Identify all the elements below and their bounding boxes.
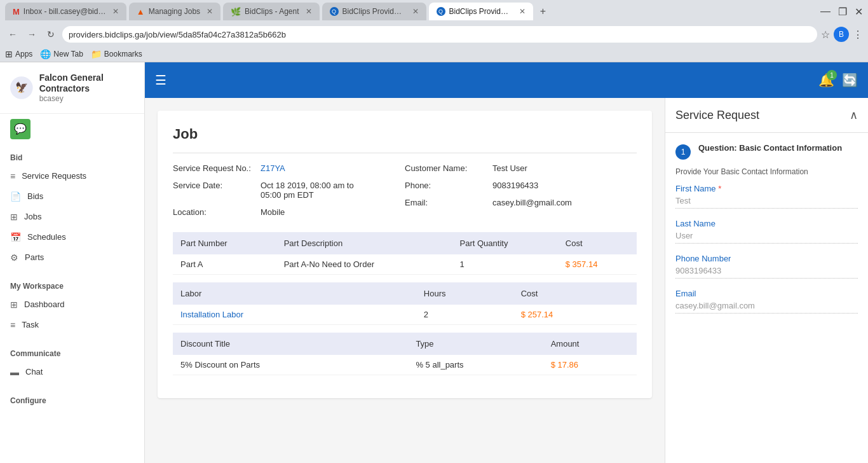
notification-button[interactable]: 🔔 1 xyxy=(818,73,834,88)
tab-agent[interactable]: 🌿 BidClips - Agent ✕ xyxy=(223,3,319,20)
sidebar-item-schedules[interactable]: 📅 Schedules xyxy=(0,227,144,247)
minimize-button[interactable]: — xyxy=(820,6,831,18)
sidebar-workspace-section: My Workspace ⊞ Dashboard ≡ Task xyxy=(0,273,144,340)
bookmark-bookmarks[interactable]: 📁 Bookmarks xyxy=(91,49,142,59)
sidebar: 🦅 Falcon General Contractors bcasey 💬 Bi… xyxy=(0,62,145,463)
bookmark-star-icon[interactable]: ☆ xyxy=(821,29,830,41)
forward-button[interactable]: → xyxy=(24,27,39,42)
sidebar-item-jobs[interactable]: ⊞ Jobs xyxy=(0,207,144,227)
bids-icon: 📄 xyxy=(10,191,21,202)
part-number: Part A xyxy=(173,254,276,275)
step-description: Provide Your Basic Contact Information xyxy=(675,167,858,176)
phone-number-field: Phone Number 9083196433 xyxy=(675,254,858,279)
phone-number-value: 9083196433 xyxy=(675,266,858,279)
sidebar-item-bids[interactable]: 📄 Bids xyxy=(0,186,144,207)
service-date-label: Service Date: xyxy=(173,181,255,200)
workspace-section-title: My Workspace xyxy=(0,278,144,294)
sidebar-item-dashboard[interactable]: ⊞ Dashboard xyxy=(0,294,144,315)
address-bar[interactable]: providers.bidclips.ga/job/view/5da85fa04… xyxy=(62,26,817,43)
location-label: Location: xyxy=(173,207,255,217)
labor-col-hours: Hours xyxy=(416,282,513,305)
sidebar-item-chat[interactable]: ▬ Chat xyxy=(0,362,144,382)
labor-name[interactable]: Installation Labor xyxy=(180,310,243,319)
toolbar-right: ☆ B ⋮ xyxy=(821,27,863,42)
labor-hours: 2 xyxy=(416,305,513,325)
tab-provider-1[interactable]: Q BidClips Provider Portal ✕ xyxy=(322,3,426,20)
maximize-button[interactable]: ❐ xyxy=(838,6,847,18)
tab-close-agent[interactable]: ✕ xyxy=(306,7,312,16)
tab-close-managing-jobs[interactable]: ✕ xyxy=(207,7,213,16)
first-name-field: First Name * Test xyxy=(675,184,858,209)
sidebar-item-task[interactable]: ≡ Task xyxy=(0,315,144,335)
main-right: ☰ 🔔 1 🔄 Job xyxy=(145,62,868,463)
discount-amount: $ 17.86 xyxy=(543,355,637,375)
sidebar-bid-section: Bid ≡ Service Requests 📄 Bids ⊞ Jobs 📅 S… xyxy=(0,144,144,273)
new-tab-button[interactable]: + xyxy=(536,4,551,19)
phone-value: 9083196433 xyxy=(492,181,538,190)
collapse-button[interactable]: ∧ xyxy=(850,108,858,122)
close-button[interactable]: ✕ xyxy=(855,6,863,18)
discount-col-type: Type xyxy=(408,333,543,355)
parts-table: Part Number Part Description Part Quanti… xyxy=(173,232,637,275)
right-panel-title: Service Request xyxy=(675,109,759,122)
discount-table: Discount Title Type Amount 5% Discount o… xyxy=(173,333,637,375)
back-button[interactable]: ← xyxy=(5,27,20,42)
hamburger-button[interactable]: ☰ xyxy=(155,73,166,88)
tab-managing-jobs[interactable]: ▲ Managing Jobs ✕ xyxy=(129,3,220,20)
service-request-row: Service Request No.: Z17YA xyxy=(173,163,405,173)
step-question: Question: Basic Contact Information xyxy=(698,143,858,153)
sidebar-username: bcasey xyxy=(39,94,134,103)
reload-button[interactable]: ↻ xyxy=(43,27,58,42)
schedules-icon: 📅 xyxy=(10,232,21,242)
bookmark-apps[interactable]: ⊞ Apps xyxy=(5,49,32,59)
chat-nav-icon: ▬ xyxy=(10,367,19,377)
customer-name-label: Customer Name: xyxy=(405,163,487,173)
job-info-grid: Service Request No.: Z17YA Service Date:… xyxy=(173,163,637,217)
phone-label: Phone: xyxy=(405,181,487,190)
bookmarks-folder-icon: 📁 xyxy=(91,49,102,59)
discount-title: 5% Discount on Parts xyxy=(173,355,376,375)
sidebar-item-service-requests[interactable]: ≡ Service Requests xyxy=(0,166,144,186)
content-area: Job Service Request No.: Z17YA Service D… xyxy=(145,98,665,463)
job-info-left: Service Request No.: Z17YA Service Date:… xyxy=(173,163,405,217)
tab-provider-2[interactable]: Q BidClips Provider Portal ✕ xyxy=(429,3,533,20)
parts-col-number: Part Number xyxy=(173,232,276,254)
browser-toolbar: ← → ↻ providers.bidclips.ga/job/view/5da… xyxy=(0,23,868,46)
service-requests-icon: ≡ xyxy=(10,171,15,181)
menu-icon[interactable]: ⋮ xyxy=(853,29,863,41)
bid-section-title: Bid xyxy=(0,149,144,166)
topnav: ☰ 🔔 1 🔄 xyxy=(145,62,868,98)
tab-gmail[interactable]: M Inbox - bill.casey@bidclips.con... ✕ xyxy=(5,3,126,20)
email-row: Email: casey.bill@gmail.com xyxy=(405,198,637,207)
chat-button[interactable]: 💬 xyxy=(10,119,31,139)
tab-close-gmail[interactable]: ✕ xyxy=(112,7,119,16)
discount-col2 xyxy=(376,355,408,375)
part-desc: Part A-No Need to Order xyxy=(276,254,452,275)
service-request-value[interactable]: Z17YA xyxy=(261,163,285,173)
service-date-row: Service Date: Oct 18 2019, 08:00 am to 0… xyxy=(173,181,405,200)
communicate-section-title: Communicate xyxy=(0,345,144,362)
discount-col-title: Discount Title xyxy=(173,333,376,355)
parts-col-cost: Cost xyxy=(558,232,637,254)
discount-col-2 xyxy=(376,333,408,355)
tab-close-provider-2[interactable]: ✕ xyxy=(519,7,526,16)
app: 🦅 Falcon General Contractors bcasey 💬 Bi… xyxy=(0,62,868,463)
bookmark-new-tab[interactable]: 🌐 New Tab xyxy=(40,49,83,59)
task-icon: ≡ xyxy=(10,320,15,330)
profile-circle[interactable]: B xyxy=(834,27,849,42)
location-row: Location: Mobile xyxy=(173,207,405,217)
apps-grid-icon: ⊞ xyxy=(5,49,13,59)
discount-col-amount: Amount xyxy=(543,333,637,355)
service-date-value2: 05:00 pm EDT xyxy=(261,190,354,200)
service-request-content: 1 Question: Basic Contact Information Pr… xyxy=(665,133,868,334)
first-name-value: Test xyxy=(675,196,858,209)
step-indicator: 1 Question: Basic Contact Information xyxy=(675,143,858,160)
sidebar-configure-section: Configure xyxy=(0,387,144,414)
first-name-label: First Name * xyxy=(675,184,858,193)
company-name: Falcon General Contractors xyxy=(39,73,134,94)
tab-close-provider-1[interactable]: ✕ xyxy=(412,7,419,16)
user-sync-button[interactable]: 🔄 xyxy=(842,73,858,88)
job-title: Job xyxy=(173,126,637,142)
table-row: 5% Discount on Parts % 5 all_parts $ 17.… xyxy=(173,355,637,375)
sidebar-item-parts[interactable]: ⚙ Parts xyxy=(0,247,144,268)
